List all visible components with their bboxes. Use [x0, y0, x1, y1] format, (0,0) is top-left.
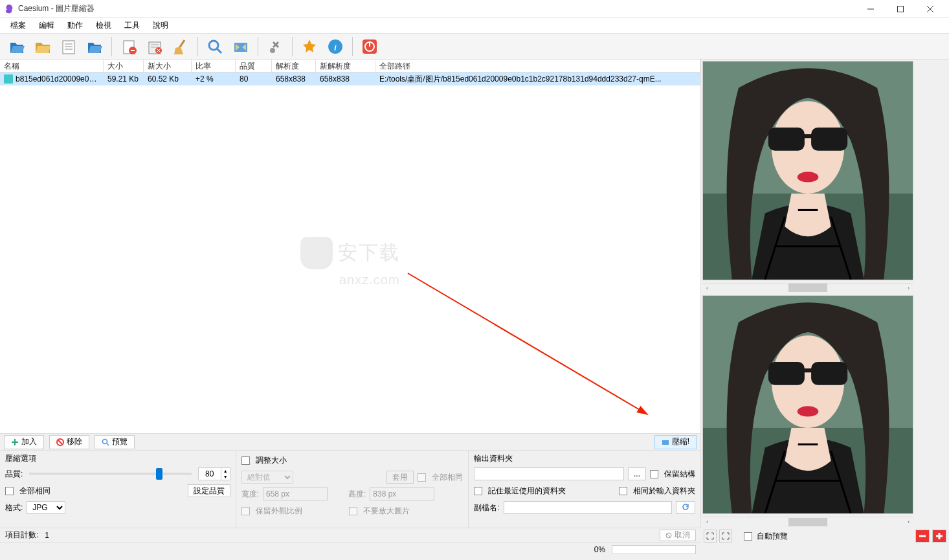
compress-button[interactable]: 壓縮! — [654, 435, 697, 449]
clear-list-icon[interactable] — [143, 35, 166, 58]
menu-bar: 檔案 編輯 動作 檢視 工具 說明 — [0, 18, 949, 34]
col-path[interactable]: 全部路徑 — [375, 60, 700, 72]
preview-compressed-hscroll[interactable]: ‹› — [702, 517, 913, 526]
remember-label: 記住最近使用的資料夾 — [488, 486, 566, 497]
svg-rect-40 — [803, 134, 812, 138]
resize-same-all-checkbox — [418, 473, 426, 482]
menu-tools[interactable]: 工具 — [118, 19, 146, 32]
resize-checkbox[interactable] — [241, 456, 250, 465]
svg-point-21 — [270, 48, 275, 53]
actual-size-icon[interactable] — [719, 530, 732, 543]
open-folder-icon[interactable] — [31, 35, 54, 58]
cancel-button[interactable]: 取消 — [660, 530, 696, 541]
format-select[interactable]: JPG — [27, 501, 65, 514]
keep-ratio-label: 保留外觀比例 — [256, 506, 302, 517]
same-all-label: 全部相同 — [19, 486, 50, 497]
menu-file[interactable]: 檔案 — [4, 19, 32, 32]
progress-bar-row: 0% — [0, 542, 701, 556]
minimize-button[interactable] — [856, 0, 886, 18]
item-count-value: 1 — [45, 531, 49, 540]
cell-name: b815ed061d20009e0b... — [16, 74, 100, 84]
resize-same-all-label: 全部相同 — [432, 472, 463, 483]
svg-rect-4 — [63, 41, 74, 54]
svg-point-18 — [209, 41, 218, 50]
remove-item-icon[interactable] — [117, 35, 140, 58]
svg-rect-34 — [662, 440, 669, 445]
item-count-label: 項目計數: — [5, 530, 38, 541]
quality-label: 品質: — [5, 469, 23, 480]
apply-button[interactable]: 套用 — [386, 471, 414, 484]
remember-checkbox[interactable] — [474, 487, 482, 495]
col-name[interactable]: 名稱 — [0, 60, 104, 72]
table-row[interactable]: b815ed061d20009e0b... 59.21 Kb 60.52 Kb … — [0, 73, 700, 85]
menu-view[interactable]: 檢視 — [89, 19, 118, 32]
suffix-input[interactable] — [504, 501, 672, 514]
table-header: 名稱 大小 新大小 比率 品質 解析度 新解析度 全部路徑 — [0, 60, 700, 73]
col-quality[interactable]: 品質 — [236, 60, 272, 72]
resize-title: 調整大小 — [256, 455, 287, 466]
annotation-arrow — [0, 73, 700, 433]
reset-suffix-button[interactable] — [676, 501, 695, 514]
zoom-in-button[interactable] — [932, 530, 946, 543]
cell-path: E:/tools/桌面/图片/b815ed061d20009e0b1c1b2c9… — [375, 73, 700, 86]
same-input-label: 相同於輸入資料夾 — [633, 486, 695, 497]
preview-original[interactable] — [702, 61, 913, 280]
quality-slider[interactable] — [29, 473, 191, 475]
add-list-icon[interactable] — [57, 35, 80, 58]
add-button[interactable]: 加入 — [4, 435, 44, 449]
broom-icon[interactable] — [169, 35, 192, 58]
power-icon[interactable] — [358, 35, 381, 58]
fit-view-icon[interactable] — [704, 530, 717, 543]
svg-line-31 — [58, 440, 62, 444]
table-body[interactable]: b815ed061d20009e0b... 59.21 Kb 60.52 Kb … — [0, 73, 700, 433]
browse-button[interactable]: ... — [628, 467, 646, 480]
watermark: 安下载 anxz.com — [300, 237, 400, 269]
svg-point-52 — [798, 406, 819, 416]
resize-mode-select[interactable]: 絕對值 — [241, 471, 293, 484]
same-all-checkbox[interactable] — [5, 487, 14, 495]
preview-original-hscroll[interactable]: ‹› — [702, 283, 913, 293]
open-file-icon[interactable] — [5, 35, 28, 58]
svg-rect-50 — [811, 361, 847, 385]
svg-rect-51 — [803, 368, 812, 372]
cell-size: 59.21 Kb — [104, 73, 144, 85]
svg-line-27 — [408, 273, 647, 414]
info-icon[interactable]: i — [324, 35, 347, 58]
svg-rect-39 — [811, 128, 847, 151]
keep-ratio-checkbox — [241, 507, 250, 515]
quality-spinbox[interactable]: ▲▼ — [198, 467, 230, 480]
settings-icon[interactable] — [263, 35, 287, 58]
menu-action[interactable]: 動作 — [61, 19, 89, 32]
set-quality-button[interactable]: 設定品質 — [188, 484, 230, 497]
same-input-checkbox[interactable] — [619, 487, 627, 495]
folder-arrow-icon[interactable] — [83, 35, 106, 58]
zoom-out-button[interactable] — [915, 530, 930, 543]
maximize-button[interactable] — [886, 0, 915, 18]
svg-line-33 — [107, 443, 109, 445]
remove-button[interactable]: 移除 — [49, 435, 89, 449]
height-input — [370, 487, 434, 500]
preview-compressed[interactable] — [702, 295, 913, 515]
cell-newsize: 60.52 Kb — [144, 73, 192, 85]
col-size[interactable]: 大小 — [104, 60, 144, 72]
col-newres[interactable]: 新解析度 — [316, 60, 375, 72]
app-icon — [4, 4, 14, 14]
output-title: 輸出資料夾 — [474, 453, 695, 464]
preview-icon[interactable] — [203, 35, 227, 58]
cell-newres: 658x838 — [316, 73, 375, 85]
auto-preview-checkbox[interactable] — [744, 532, 752, 541]
menu-edit[interactable]: 編輯 — [32, 19, 61, 32]
keep-structure-checkbox[interactable] — [650, 470, 658, 478]
preview-button[interactable]: 預覽 — [95, 435, 135, 449]
col-res[interactable]: 解析度 — [272, 60, 316, 72]
close-button[interactable] — [915, 0, 945, 18]
svg-line-58 — [667, 534, 670, 537]
col-ratio[interactable]: 比率 — [192, 60, 236, 72]
menu-help[interactable]: 說明 — [146, 19, 175, 32]
compress-icon[interactable] — [229, 35, 252, 58]
left-pane: 名稱 大小 新大小 比率 品質 解析度 新解析度 全部路徑 b815ed061d… — [0, 60, 701, 528]
output-path-input[interactable] — [474, 467, 624, 480]
star-icon[interactable] — [298, 35, 321, 58]
svg-rect-38 — [768, 128, 805, 151]
col-newsize[interactable]: 新大小 — [144, 60, 192, 72]
